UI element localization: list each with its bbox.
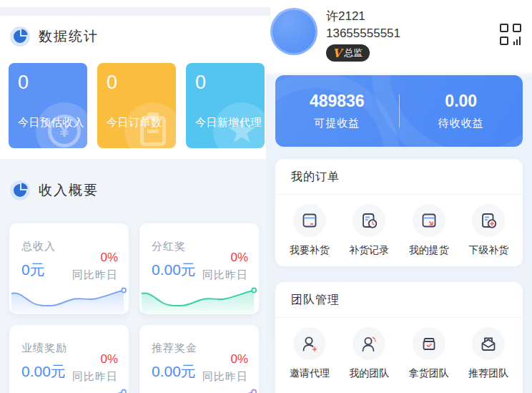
doc-plus-icon (479, 211, 498, 230)
badge-v-icon: V (332, 47, 341, 60)
sparkline-chart (139, 284, 259, 314)
pie-chart-icon (10, 180, 30, 200)
menu-item-label: 邀请代理 (290, 367, 330, 380)
stats-section-header: 数据统计 (10, 26, 99, 47)
income-card-compare: 同比昨日 (202, 268, 248, 282)
income-card-title: 推荐奖金 (152, 341, 197, 355)
dashboard-screen: 数据统计 0 今日预估收入 ¥ 0 今日订单数 0 今日新增代理 (0, 0, 532, 393)
income-card-compare: 同比昨日 (72, 370, 118, 384)
menu-item-pickup[interactable]: 我的提货 (399, 204, 459, 257)
income-card-total: 总收入 0元 0% 同比昨日 (9, 223, 129, 314)
clipboard-icon (124, 102, 176, 148)
income-card-title: 分红奖 (152, 240, 186, 253)
level-badge: V 总监 (326, 44, 370, 62)
income-card-performance: 业绩奖励 0.00元 0% 同比昨日 (9, 325, 129, 393)
income-card-referral: 推荐奖金 0.00元 0% 同比昨日 (139, 325, 259, 393)
top-divider-strip (0, 7, 270, 16)
sparkline-chart (139, 386, 259, 393)
income-cards-grid: 总收入 0元 0% 同比昨日 (9, 223, 259, 393)
menu-item-purchase-team[interactable]: 拿货团队 (399, 327, 459, 380)
menu-item-restock-history[interactable]: 补货记录 (340, 204, 400, 257)
income-card-compare: 同比昨日 (72, 268, 118, 282)
income-card-value: 0元 (21, 260, 45, 280)
income-card-value: 0.00元 (21, 362, 66, 382)
orders-card-title: 我的订单 (275, 159, 523, 195)
pending-value: 0.00 (400, 92, 523, 111)
income-card-percent: 0% (72, 352, 118, 367)
doc-arrow-icon (420, 211, 438, 230)
team-card-title: 团队管理 (275, 282, 523, 318)
income-card-value: 0.00元 (152, 362, 196, 382)
menu-item-sub-restock[interactable]: 下级补货 (459, 204, 519, 257)
orders-card: 我的订单 我要补货 (275, 159, 523, 266)
income-card-dividend: 分红奖 0.00元 0% 同比昨日 (139, 223, 259, 314)
balance-card: 489836 可提收益 0.00 待收收益 (275, 75, 523, 147)
income-card-percent: 0% (202, 352, 248, 367)
yen-coin-icon: ¥ (36, 102, 87, 148)
withdrawable-value: 489836 (275, 92, 399, 111)
user-phone: 13655555551 (326, 26, 400, 41)
stat-value: 0 (18, 72, 78, 94)
doc-clock-icon (360, 211, 378, 230)
menu-item-label: 补货记录 (349, 244, 389, 257)
stat-card-estimated-income: 0 今日预估收入 ¥ (9, 63, 87, 148)
person-plus-icon (300, 334, 319, 353)
income-card-title: 业绩奖励 (21, 341, 67, 355)
sparkline-chart (9, 386, 129, 393)
menu-item-label: 我的提货 (409, 244, 449, 257)
mail-icon (479, 334, 498, 353)
stats-grid-icon[interactable] (500, 24, 521, 45)
income-card-title: 总收入 (21, 240, 56, 253)
team-card: 团队管理 邀请代理 (275, 282, 523, 393)
star-glyph: ★ (226, 114, 257, 148)
badge-label: 总监 (344, 47, 363, 59)
menu-item-label: 拿货团队 (409, 367, 449, 380)
menu-item-label: 我要补货 (290, 244, 330, 257)
person-arc-icon (360, 334, 378, 353)
income-card-percent: 0% (202, 251, 248, 265)
menu-item-label: 推荐团队 (468, 367, 508, 380)
user-avatar[interactable] (270, 8, 317, 55)
stat-value: 0 (107, 72, 167, 94)
withdrawable-earnings[interactable]: 489836 可提收益 (275, 92, 399, 130)
menu-item-referral-team[interactable]: 推荐团队 (459, 327, 519, 380)
stat-card-new-agents: 0 今日新增代理 ★ (186, 63, 265, 148)
income-card-compare: 同比昨日 (202, 370, 248, 384)
withdrawable-label: 可提收益 (275, 117, 399, 130)
left-panel: 数据统计 0 今日预估收入 ¥ 0 今日订单数 0 今日新增代理 (0, 0, 266, 393)
income-section: 收入概要 总收入 0元 0% 同比昨日 (0, 159, 266, 393)
yen-glyph: ¥ (48, 115, 81, 147)
box-check-icon (420, 334, 438, 353)
menu-item-my-team[interactable]: 我的团队 (340, 327, 400, 380)
income-section-header: 收入概要 (10, 180, 99, 200)
stat-value: 0 (195, 72, 255, 94)
pending-label: 待收收益 (400, 117, 523, 130)
menu-item-label: 我的团队 (349, 367, 389, 380)
star-icon: ★ (213, 102, 265, 148)
doc-line-icon (300, 211, 319, 230)
income-card-value: 0.00元 (152, 260, 196, 280)
user-name: 许2121 (326, 8, 365, 24)
stat-card-order-count: 0 今日订单数 (97, 63, 176, 148)
menu-item-invite-agent[interactable]: 邀请代理 (280, 327, 340, 380)
sparkline-chart (9, 284, 129, 314)
pending-earnings[interactable]: 0.00 待收收益 (400, 92, 523, 130)
stat-cards-row: 0 今日预估收入 ¥ 0 今日订单数 0 今日新增代理 ★ (9, 63, 265, 148)
income-card-percent: 0% (72, 251, 118, 265)
stats-section-title: 数据统计 (39, 27, 99, 46)
right-panel: 许2121 13655555551 V 总监 489836 可提收益 0.00 … (266, 0, 532, 393)
menu-item-label: 下级补货 (468, 244, 508, 257)
menu-item-restock[interactable]: 我要补货 (280, 204, 340, 257)
income-section-title: 收入概要 (39, 181, 99, 200)
pie-chart-icon (10, 26, 30, 47)
